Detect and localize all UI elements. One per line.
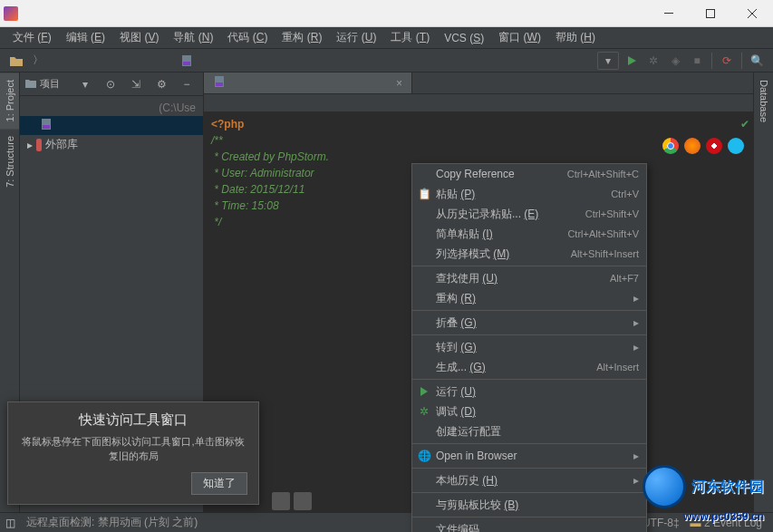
submenu-arrow-icon: ▸	[633, 474, 639, 487]
minimize-button[interactable]	[648, 0, 690, 27]
stop-button[interactable]: ■	[688, 52, 706, 70]
right-tool-window-tabs: Database	[753, 73, 773, 512]
menu-view[interactable]: 视图 (V)	[112, 28, 166, 47]
watermark: 河东软件园 www.pc0359.cn	[643, 465, 764, 508]
paste-icon: 📋	[417, 187, 431, 201]
menu-help[interactable]: 帮助 (H)	[548, 28, 603, 47]
close-tab-icon[interactable]: ×	[396, 77, 402, 90]
run-config-selector[interactable]: ▾	[597, 52, 619, 70]
ctx-create-config[interactable]: 创建运行配置	[412, 421, 646, 441]
library-icon	[36, 139, 42, 151]
menu-window[interactable]: 窗口 (W)	[491, 28, 548, 47]
navigation-toolbar: 〉 ▾ ✲ ◈ ■ ⟳ 🔍	[0, 49, 773, 73]
status-message: 远程桌面检测: 禁用动画 (片刻 之前)	[21, 515, 203, 530]
project-folder-icon[interactable]	[7, 52, 25, 70]
update-button[interactable]: ⟳	[718, 52, 736, 70]
run-icon	[417, 384, 431, 399]
ctx-column-select[interactable]: 列选择模式 (M)Alt+Shift+Insert	[412, 244, 646, 264]
chevron-right-icon: ▸	[27, 139, 33, 151]
ctx-goto[interactable]: 转到 (G)▸	[412, 337, 646, 357]
panel-title: 项目	[40, 77, 71, 91]
inspection-ok-icon[interactable]: ✔	[740, 116, 749, 132]
collapse-all-icon[interactable]: ⇲	[127, 75, 145, 93]
chevron-down-icon[interactable]: ▾	[76, 75, 94, 93]
tool-window-project[interactable]: 1: Project	[0, 73, 19, 129]
watermark-url: www.pc0359.cn	[683, 510, 764, 523]
submenu-arrow-icon: ▸	[633, 341, 639, 353]
submenu-arrow-icon: ▸	[633, 450, 639, 462]
tool-window-structure[interactable]: 7: Structure	[0, 129, 19, 195]
close-button[interactable]	[731, 0, 773, 27]
tip-text: 将鼠标悬停在下面图标以访问工具窗口,单击图标恢复旧的布局	[19, 434, 247, 463]
gear-icon[interactable]: ⚙	[152, 75, 170, 93]
svg-rect-3	[183, 62, 190, 65]
menu-edit[interactable]: 编辑 (E)	[59, 28, 112, 47]
svg-rect-1	[707, 9, 715, 17]
submenu-arrow-icon: ▸	[633, 316, 639, 329]
firefox-icon[interactable]	[684, 138, 701, 154]
ctx-paste-history[interactable]: 从历史记录粘贴... (E)Ctrl+Shift+V	[412, 204, 646, 224]
menu-file[interactable]: 文件 (F)	[5, 28, 59, 47]
maximize-button[interactable]	[690, 0, 731, 27]
breadcrumb[interactable]	[204, 94, 753, 112]
file-icon[interactable]	[178, 52, 196, 70]
run-button[interactable]	[623, 52, 641, 70]
tree-label: 外部库	[45, 137, 78, 152]
chevron-right-icon: 〉	[29, 52, 47, 70]
code-line: <?php	[211, 116, 746, 132]
ctx-local-history[interactable]: 本地历史 (H)▸	[412, 470, 646, 490]
search-everywhere-button[interactable]: 🔍	[748, 52, 766, 70]
watermark-text: 河东软件园	[691, 478, 764, 497]
svg-rect-7	[216, 82, 223, 86]
scroll-from-source-icon[interactable]: ⊙	[101, 75, 120, 93]
tree-item-file[interactable]	[20, 116, 203, 135]
ctx-find-usages[interactable]: 查找使用 (U)Alt+F7	[412, 268, 646, 288]
php-file-icon	[213, 75, 226, 91]
svg-rect-5	[43, 125, 50, 129]
ctx-copy-reference[interactable]: Copy ReferenceCtrl+Alt+Shift+C	[412, 164, 646, 184]
ctx-run[interactable]: 运行 (U)	[412, 382, 646, 401]
ctx-file-encoding[interactable]: 文件编码	[412, 519, 646, 532]
todo-tool-icon[interactable]	[294, 492, 312, 510]
opera-icon[interactable]	[706, 138, 722, 154]
php-file-icon	[40, 118, 53, 133]
tool-window-database[interactable]: Database	[754, 73, 773, 130]
debug-button[interactable]: ✲	[644, 52, 662, 70]
bottom-tool-window-icons	[272, 492, 312, 510]
menu-code[interactable]: 代码 (C)	[220, 28, 275, 47]
ctx-paste-simple[interactable]: 简单粘贴 (I)Ctrl+Alt+Shift+V	[412, 224, 646, 244]
menu-tools[interactable]: 工具 (T)	[383, 28, 437, 47]
tool-windows-toggle-icon[interactable]: ◫	[5, 517, 15, 529]
ctx-open-browser[interactable]: 🌐Open in Browser▸	[412, 446, 646, 466]
tool-window-tip-balloon: 快速访问工具窗口 将鼠标悬停在下面图标以访问工具窗口,单击图标恢复旧的布局 知道…	[7, 401, 259, 505]
menu-navigate[interactable]: 导航 (N)	[166, 28, 220, 47]
ctx-compare-clipboard[interactable]: 与剪贴板比较 (B)	[412, 495, 646, 515]
menubar: 文件 (F) 编辑 (E) 视图 (V) 导航 (N) 代码 (C) 重构 (R…	[0, 27, 773, 49]
hide-icon[interactable]: −	[178, 75, 196, 93]
menu-run[interactable]: 运行 (U)	[329, 28, 383, 47]
project-path-label: (C:\Use	[20, 100, 203, 116]
menu-refactor[interactable]: 重构 (R)	[275, 28, 329, 47]
ctx-debug[interactable]: ✲调试 (D)	[412, 401, 646, 421]
debug-icon: ✲	[417, 404, 431, 419]
globe-icon: 🌐	[417, 449, 431, 463]
tip-ok-button[interactable]: 知道了	[191, 472, 247, 495]
ctx-refactor[interactable]: 重构 (R)▸	[412, 288, 646, 308]
editor-context-menu: Copy ReferenceCtrl+Alt+Shift+C 📋粘贴 (P)Ct…	[411, 163, 647, 532]
tip-title: 快速访问工具窗口	[19, 411, 247, 429]
editor-tab[interactable]: ×	[204, 73, 412, 93]
submenu-arrow-icon: ▸	[633, 292, 639, 305]
svg-rect-0	[664, 13, 673, 14]
ctx-paste[interactable]: 📋粘贴 (P)Ctrl+V	[412, 184, 646, 204]
ctx-generate[interactable]: 生成... (G)Alt+Insert	[412, 357, 646, 377]
folder-icon	[25, 78, 36, 91]
menu-vcs[interactable]: VCS (S)	[437, 30, 491, 46]
statusbar: ◫ 远程桌面检测: 禁用动画 (片刻 之前) RLF‡ UTF-8‡ ▬ 2 E…	[0, 512, 773, 532]
tree-item-external-libs[interactable]: ▸ 外部库	[20, 135, 203, 154]
chrome-icon[interactable]	[662, 138, 679, 154]
ie-icon[interactable]	[728, 138, 744, 154]
coverage-button[interactable]: ◈	[666, 52, 684, 70]
ctx-fold[interactable]: 折叠 (G)▸	[412, 313, 646, 333]
watermark-logo-icon	[643, 465, 686, 508]
terminal-tool-icon[interactable]	[272, 492, 290, 510]
